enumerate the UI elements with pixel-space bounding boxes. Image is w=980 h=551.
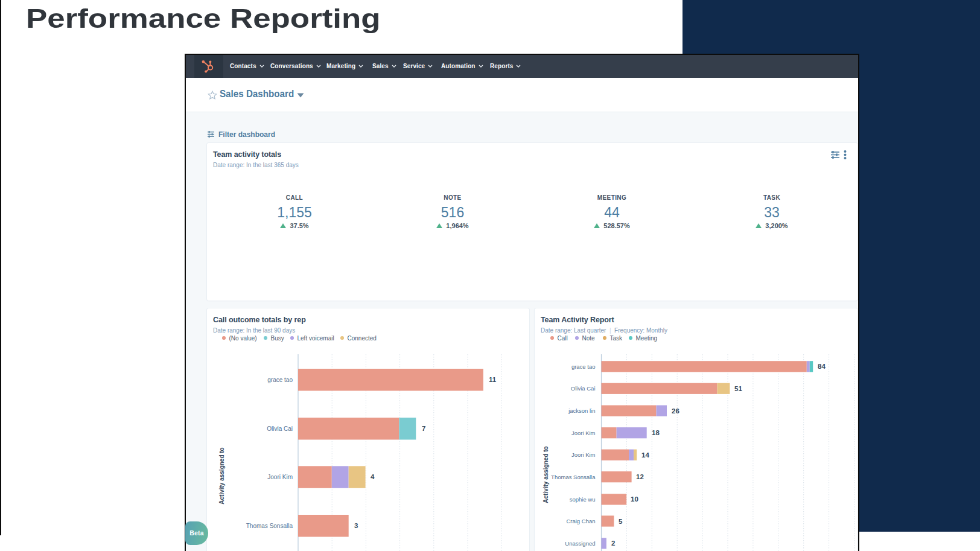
- svg-text:84: 84: [818, 363, 826, 370]
- svg-text:Thomas Sonsalla: Thomas Sonsalla: [551, 474, 596, 480]
- svg-text:18: 18: [652, 429, 660, 436]
- svg-text:10: 10: [631, 495, 638, 503]
- svg-text:51: 51: [734, 385, 742, 392]
- svg-text:Craig Chan: Craig Chan: [566, 518, 595, 524]
- svg-text:sophie wu: sophie wu: [570, 496, 596, 503]
- svg-text:12: 12: [636, 473, 644, 480]
- svg-text:Thomas Sonsalla: Thomas Sonsalla: [246, 523, 293, 529]
- svg-text:26: 26: [672, 407, 679, 415]
- svg-text:Olivia Cai: Olivia Cai: [267, 425, 293, 432]
- svg-text:14: 14: [641, 451, 649, 459]
- svg-text:3: 3: [354, 522, 358, 529]
- svg-text:5: 5: [619, 518, 623, 525]
- svg-text:4: 4: [371, 473, 375, 480]
- svg-text:jackson lin: jackson lin: [568, 407, 595, 414]
- svg-text:7: 7: [422, 425, 425, 432]
- svg-text:grace tao: grace tao: [267, 377, 293, 383]
- svg-text:Joori Kim: Joori Kim: [571, 430, 596, 436]
- svg-text:11: 11: [489, 376, 497, 383]
- svg-text:Unassigned: Unassigned: [565, 540, 595, 547]
- svg-text:Joori Kim: Joori Kim: [267, 474, 293, 480]
- svg-text:Joori Kim: Joori Kim: [571, 451, 596, 458]
- svg-text:2: 2: [611, 540, 615, 547]
- svg-text:Olivia Cai: Olivia Cai: [571, 385, 596, 392]
- svg-text:grace tao: grace tao: [571, 363, 596, 370]
